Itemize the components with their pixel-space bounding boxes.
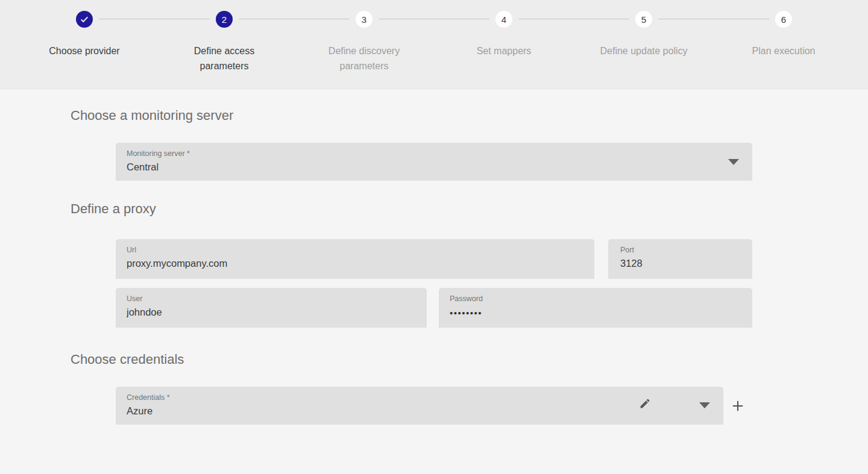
step-choose-provider[interactable]: Choose provider — [33, 11, 136, 58]
credentials-select[interactable]: Credentials * Azure — [116, 387, 723, 425]
step-indicator: 5 — [635, 11, 652, 28]
proxy-password-input[interactable] — [450, 308, 741, 318]
step-label: Set mappers — [453, 43, 555, 58]
selected-value: Central — [127, 161, 159, 173]
add-icon — [729, 398, 746, 414]
edit-credentials-button[interactable] — [638, 396, 652, 411]
step-define-discovery-parameters[interactable]: 3 Define discovery parameters — [313, 11, 415, 73]
proxy-user-field: User — [116, 288, 427, 328]
proxy-url-input[interactable] — [127, 258, 583, 269]
step-indicator-completed — [76, 11, 93, 28]
step-set-mappers[interactable]: 4 Set mappers — [453, 11, 555, 58]
selected-value: Azure — [127, 405, 153, 417]
step-label: Define discovery parameters — [313, 43, 415, 73]
dropdown-arrow-icon[interactable] — [699, 402, 710, 408]
step-indicator-active: 2 — [216, 11, 233, 28]
field-label: Url — [127, 246, 136, 254]
step-label: Plan execution — [732, 43, 835, 58]
section-heading-monitoring-server: Choose a monitoring server — [71, 108, 233, 123]
proxy-port-input[interactable] — [620, 258, 743, 269]
monitoring-server-select[interactable]: Monitoring server * Central — [116, 143, 752, 181]
step-label: Choose provider — [33, 43, 136, 58]
wizard-stepper: Choose provider 2 Define access paramete… — [0, 0, 868, 89]
section-heading-proxy: Define a proxy — [71, 201, 156, 217]
step-indicator: 3 — [356, 11, 373, 28]
proxy-password-field: Password — [439, 288, 752, 328]
step-label: Define update policy — [593, 43, 695, 58]
edit-icon — [639, 398, 651, 410]
step-indicator: 6 — [775, 11, 792, 28]
step-define-update-policy[interactable]: 5 Define update policy — [593, 11, 695, 58]
step-plan-execution[interactable]: 6 Plan execution — [732, 11, 835, 58]
proxy-user-input[interactable] — [127, 307, 416, 318]
step-define-access-parameters[interactable]: 2 Define access parameters — [173, 11, 275, 73]
check-icon — [80, 14, 89, 24]
section-heading-credentials: Choose credentials — [71, 352, 184, 367]
step-indicator: 4 — [495, 11, 512, 28]
step-label: Define access parameters — [173, 43, 275, 73]
field-label: User — [127, 295, 142, 303]
field-label: Port — [620, 246, 634, 254]
dropdown-arrow-icon[interactable] — [728, 159, 739, 165]
provider-wizard-page: Choose provider 2 Define access paramete… — [0, 0, 868, 474]
field-label: Credentials * — [127, 393, 170, 402]
proxy-port-field: Port — [608, 239, 752, 279]
add-credentials-button[interactable] — [729, 398, 746, 414]
field-label: Password — [450, 295, 483, 303]
proxy-url-field: Url — [116, 239, 594, 279]
field-label: Monitoring server * — [127, 149, 190, 158]
